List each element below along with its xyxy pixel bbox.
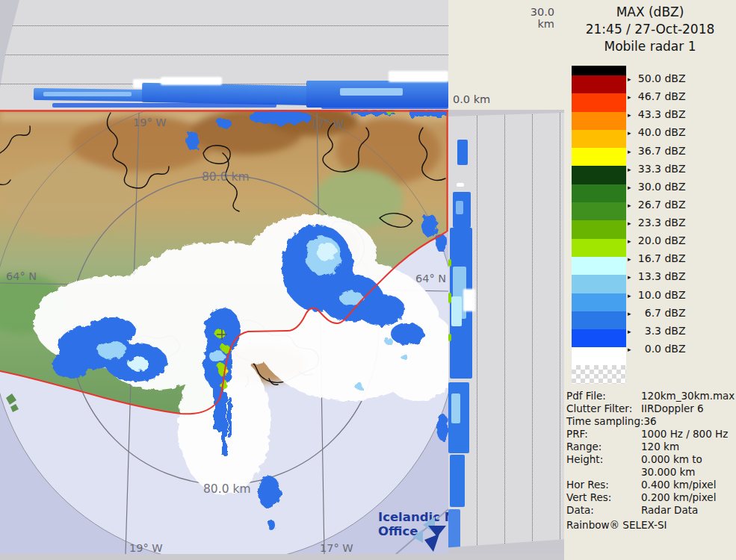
- legend-value: 46.7: [634, 90, 661, 103]
- tick-marker-icon: ▸: [628, 234, 634, 248]
- legend-entry: ▸0.0 dBZ: [628, 342, 686, 355]
- legend-entry: ▸40.0 dBZ: [628, 125, 686, 139]
- radar-echo: [457, 183, 464, 187]
- tick-marker-icon: ▸: [628, 163, 634, 176]
- radar-echo: [142, 83, 315, 105]
- radar-echo: [340, 88, 403, 96]
- legend-color-band: [572, 148, 626, 166]
- legend-unit: dBZ: [661, 145, 686, 157]
- lat-label-left: 64° N: [6, 270, 37, 282]
- product-datetime: 21:45 / 27-Oct-2018: [564, 21, 736, 38]
- metadata-value: 0.000 km to 30.000 km: [641, 453, 702, 479]
- legend-color-band: [572, 293, 626, 311]
- metadata-row: Hor Res:0.400 km/pixel: [566, 479, 735, 491]
- legend-unit: dBZ: [661, 307, 686, 319]
- legend-entry: ▸3.3 dBZ: [628, 324, 686, 337]
- metadata-label: Data:: [566, 504, 641, 517]
- radar-echo: [321, 105, 448, 109]
- metadata-value: 120km_30km.max: [641, 390, 735, 402]
- legend-color-band: [572, 93, 626, 111]
- radar-echo: [463, 289, 475, 311]
- height-gridline: [560, 110, 560, 554]
- legend-unit: dBZ: [661, 217, 686, 228]
- metadata-value: 0.400 km/pixel: [641, 479, 716, 491]
- lat-label-right: 64° N: [415, 273, 446, 284]
- height-gridline: [0, 55, 448, 55]
- legend-value: 6.7: [634, 306, 661, 320]
- legend-unit: dBZ: [661, 72, 686, 84]
- range-ring-label-top: 80.0 km: [202, 170, 250, 184]
- scan-cone-edge: [0, 0, 19, 88]
- legend-value: 43.3: [634, 108, 661, 121]
- tick-marker-icon: ▸: [628, 72, 634, 86]
- legend-value: 30.0: [634, 180, 661, 193]
- product-header: MAX (dBZ) 21:45 / 27-Oct-2018 Mobile rad…: [564, 4, 736, 55]
- lon-label-bottom-right: 17° W: [320, 542, 353, 554]
- legend-entry: ▸6.7 dBZ: [628, 306, 686, 320]
- height-axis-max-label: 30.0 km: [514, 6, 554, 30]
- metadata-row: Height:0.000 km to 30.000 km: [566, 453, 735, 479]
- tick-marker-icon: ▸: [628, 199, 634, 212]
- tick-marker-icon: ▸: [628, 325, 634, 338]
- legend-value: 20.0: [634, 234, 661, 247]
- legend-color-band: [572, 130, 626, 148]
- legend-unit: dBZ: [661, 343, 686, 355]
- radar-echo: [451, 296, 462, 326]
- legend-unit: dBZ: [661, 325, 686, 337]
- legend-unit: dBZ: [661, 199, 686, 211]
- tick-marker-icon: ▸: [628, 126, 634, 140]
- radar-echo: [457, 140, 468, 165]
- tick-marker-icon: ▸: [628, 289, 634, 302]
- legend-color-band: [572, 202, 626, 220]
- radar-echo: [451, 393, 460, 423]
- metadata-label: Height:: [566, 453, 641, 479]
- legend-entry: ▸16.7 dBZ: [628, 252, 686, 265]
- legend-value: 16.7: [634, 252, 661, 265]
- legend-entry: ▸10.0 dBZ: [628, 288, 686, 302]
- legend-color-band: [572, 184, 626, 202]
- legend-entry: ▸36.7 dBZ: [628, 144, 686, 158]
- legend-color-band: [572, 166, 626, 184]
- metadata-value: Radar Data: [641, 504, 698, 517]
- top-cross-section-panel: [0, 0, 448, 110]
- metadata-block: Pdf File:120km_30km.maxClutter Filter:II…: [566, 390, 735, 532]
- bottom-margin-strip: [0, 554, 564, 560]
- metadata-row: Range:120 km: [566, 441, 735, 453]
- range-ring-label-bottom: 80.0 km: [203, 482, 251, 496]
- radar-display-window: 30.0 km 0.0 km: [0, 0, 736, 560]
- scan-cone-edge: [448, 538, 564, 554]
- imo-logo-text-line2: Office: [378, 524, 418, 538]
- lon-label-top-left: 19° W: [133, 116, 167, 128]
- legend-entry: ▸20.0 dBZ: [628, 234, 686, 247]
- product-title: MAX (dBZ): [564, 4, 736, 21]
- radar-echo: [450, 455, 465, 507]
- metadata-value: 36: [644, 415, 657, 428]
- legend-value: 40.0: [634, 125, 661, 139]
- legend-color-scale: [572, 66, 626, 384]
- metadata-value: 0.200 km/pixel: [641, 491, 716, 504]
- legend-color-band: [572, 239, 626, 257]
- tick-marker-icon: ▸: [628, 181, 634, 194]
- scan-cone-edge: [448, 110, 564, 117]
- metadata-label: Vert Res:: [566, 491, 641, 504]
- tick-marker-icon: ▸: [628, 108, 634, 122]
- metadata-value: 120 km: [641, 441, 679, 453]
- metadata-value: 1000 Hz / 800 Hz: [641, 428, 728, 441]
- metadata-row: Time sampling:36: [566, 415, 735, 428]
- radar-echo: [43, 92, 132, 96]
- legend-entry: ▸23.3 dBZ: [628, 216, 686, 229]
- height-gridline: [477, 110, 477, 554]
- legend-color-band: [572, 275, 626, 293]
- right-cross-section-panel: [448, 110, 564, 554]
- legend-below-min-band: [572, 347, 626, 365]
- tick-marker-icon: ▸: [628, 343, 634, 356]
- metadata-row: PRF:1000 Hz / 800 Hz: [566, 428, 735, 441]
- legend-entry: ▸13.3 dBZ: [628, 270, 686, 283]
- height-gridline: [0, 25, 448, 26]
- legend-entry: ▸43.3 dBZ: [628, 108, 686, 121]
- tick-marker-icon: ▸: [628, 270, 634, 284]
- legend-value: 0.0: [634, 342, 661, 355]
- radar-echo: [161, 77, 222, 85]
- legend-color-band: [572, 220, 626, 238]
- metadata-label: Clutter Filter:: [566, 402, 641, 415]
